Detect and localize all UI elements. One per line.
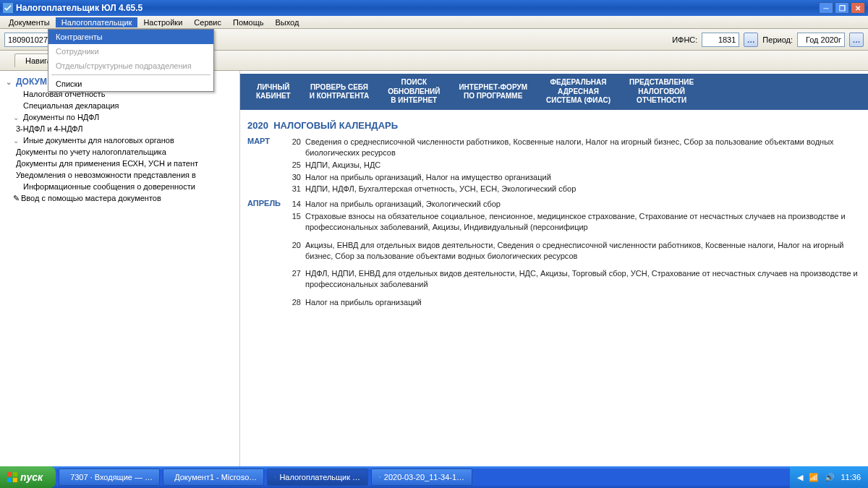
svg-rect-2 — [13, 472, 17, 476]
period-field[interactable] — [797, 33, 845, 47]
tree-item[interactable]: Уведомления о невозможности представлени… — [6, 169, 239, 181]
calendar-month: МАРТ — [247, 137, 288, 196]
calendar-day: 30 — [288, 172, 305, 183]
window-titlebar: Налогоплательщик ЮЛ 4.65.5 ─ ❐ ✕ — [0, 0, 868, 16]
ifns-label: ИФНС: — [672, 35, 697, 44]
calendar-title: 2020 НАЛОГОВЫЙ КАЛЕНДАРЬ — [247, 117, 861, 137]
top-nav-item[interactable]: ПОИСКОБНОВЛЕНИЙВ ИНТЕРНЕТ — [388, 78, 440, 106]
calendar-entry: НДФЛ, НДПИ, ЕНВД для отдельных видов дея… — [305, 268, 861, 290]
menu-помощь[interactable]: Помощь — [227, 17, 270, 27]
tree-item[interactable]: Документы по учету налогоплательщика — [6, 146, 239, 158]
calendar-entry: Налог на прибыль организаций, Экологичес… — [305, 199, 861, 210]
tree-item[interactable]: Иные документы для налоговых органов — [6, 134, 239, 146]
system-tray: ◀ 📶 🔊 11:36 — [790, 466, 868, 488]
sidebar: ДОКУМ Налоговая отчетностьСпециальная де… — [0, 71, 240, 472]
app-icon — [379, 472, 380, 482]
svg-rect-1 — [7, 472, 12, 476]
volume-icon[interactable]: 🔊 — [825, 473, 835, 482]
chevron-down-icon — [13, 136, 20, 145]
top-nav-item[interactable]: ИНТЕРНЕТ-ФОРУМПО ПРОГРАММЕ — [459, 83, 527, 101]
menu-item: Отделы/структурные подразделения — [48, 59, 213, 73]
ifns-field[interactable] — [702, 33, 739, 47]
tree-item[interactable]: Специальная декларация — [6, 100, 239, 111]
tray-icon[interactable]: ◀ — [797, 473, 803, 482]
calendar-entry: Сведения о среднесписочной численности р… — [305, 137, 861, 158]
app-icon — [3, 3, 13, 13]
svg-rect-8 — [379, 476, 380, 478]
chevron-down-icon — [6, 77, 13, 87]
calendar-day: 28 — [288, 297, 305, 308]
taskbar-task[interactable]: 7307 · Входящие — … — [59, 468, 160, 486]
period-label: Период: — [762, 35, 793, 44]
top-nav-item[interactable]: ПРОВЕРЬ СЕБЯИ КОНТРАГЕНТА — [310, 83, 369, 101]
calendar-entry: НДПИ, НДФЛ, Бухгалтерская отчетность, УС… — [305, 184, 861, 194]
calendar-day: 20 — [288, 137, 305, 158]
window-title: Налогоплательщик ЮЛ 4.65.5 — [16, 3, 142, 13]
menu-выход[interactable]: Выход — [270, 17, 305, 27]
maximize-button[interactable]: ❐ — [835, 2, 849, 14]
top-nav: ЛИЧНЫЙКАБИНЕТПРОВЕРЬ СЕБЯИ КОНТРАГЕНТАПО… — [240, 74, 868, 110]
calendar-day: 31 — [288, 184, 305, 194]
calendar-entry: Налог на прибыль организаций — [305, 297, 861, 308]
taskbar: пуск 7307 · Входящие — …Документ1 - Micr… — [0, 466, 868, 488]
chevron-down-icon — [13, 113, 20, 121]
clock: 11:36 — [841, 473, 861, 481]
calendar-entry: Акцизы, ЕНВД для отдельных видов деятель… — [305, 240, 861, 262]
taxpayer-menu-dropdown: КонтрагентыСотрудникиОтделы/структурные … — [48, 29, 214, 92]
menubar: ДокументыНалогоплательщикНастройкиСервис… — [0, 16, 868, 29]
calendar-day: 20 — [288, 240, 305, 262]
tree-item[interactable]: Документы для применения ЕСХН, УСН и пат… — [6, 158, 239, 169]
calendar-day: 25 — [288, 160, 305, 171]
close-button[interactable]: ✕ — [851, 2, 865, 14]
windows-logo-icon — [7, 472, 17, 482]
taskbar-task[interactable]: Налогоплательщик … — [267, 468, 368, 486]
tree-item[interactable]: Информационные сообщения о доверенности — [6, 181, 239, 192]
menu-item[interactable]: Списки — [48, 77, 213, 91]
calendar-month: АПРЕЛЬ — [247, 199, 288, 309]
menu-item: Сотрудники — [48, 44, 213, 59]
svg-rect-3 — [7, 478, 12, 482]
tree-item[interactable]: ✎Ввод с помощью мастера документов — [6, 192, 239, 205]
wizard-icon: ✎ — [13, 194, 20, 202]
menu-item[interactable]: Контрагенты — [48, 30, 213, 44]
top-nav-item[interactable]: ПРЕДСТАВЛЕНИЕНАЛОГОВОЙОТЧЕТНОСТИ — [629, 78, 694, 106]
calendar-day: 14 — [288, 199, 305, 210]
menu-налогоплательщик[interactable]: Налогоплательщик — [56, 17, 138, 27]
calendar-entry: Страховые взносы на обязательное социаль… — [305, 211, 861, 233]
svg-rect-7 — [275, 476, 276, 477]
svg-rect-4 — [13, 478, 17, 482]
taskbar-task[interactable]: 2020-03-20_11-34-1… — [371, 468, 472, 486]
calendar-day: 15 — [288, 211, 305, 233]
taskbar-task[interactable]: Документ1 - Microso… — [163, 468, 264, 486]
menu-сервис[interactable]: Сервис — [188, 17, 227, 27]
ifns-lookup-button[interactable]: … — [744, 33, 758, 47]
menu-документы[interactable]: Документы — [3, 17, 56, 27]
tree-item[interactable]: 3-НДФЛ и 4-НДФЛ — [6, 123, 239, 134]
content-area: ЛИЧНЫЙКАБИНЕТПРОВЕРЬ СЕБЯИ КОНТРАГЕНТАПО… — [240, 71, 868, 472]
minimize-button[interactable]: ─ — [819, 2, 833, 14]
top-nav-item[interactable]: ФЕДЕРАЛЬНАЯАДРЕСНАЯСИСТЕМА (ФИАС) — [546, 78, 610, 106]
app-icon — [275, 472, 276, 482]
tree-item[interactable]: Документы по НДФЛ — [6, 111, 239, 123]
menu-настройки[interactable]: Настройки — [137, 17, 188, 27]
period-lookup-button[interactable]: … — [849, 33, 864, 47]
start-button[interactable]: пуск — [0, 466, 56, 488]
top-nav-item[interactable]: ЛИЧНЫЙКАБИНЕТ — [256, 83, 291, 101]
calendar-entry: Налог на прибыль организаций, Налог на и… — [305, 172, 861, 183]
network-icon[interactable]: 📶 — [809, 473, 819, 482]
calendar-day: 27 — [288, 268, 305, 290]
calendar-entry: НДПИ, Акцизы, НДС — [305, 160, 861, 171]
